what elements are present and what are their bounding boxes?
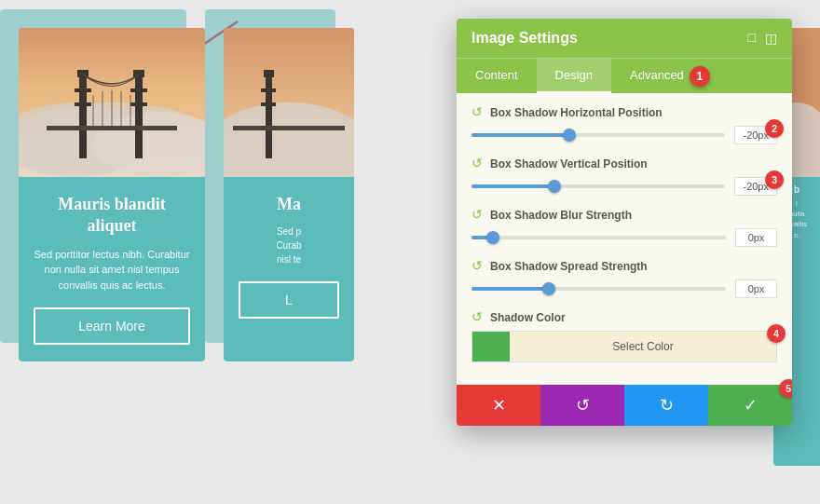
horizontal-slider-thumb[interactable]	[563, 129, 576, 142]
panel-toolbar: ✕ ↺ ↻ ✓ 5	[457, 385, 792, 426]
svg-rect-12	[75, 102, 91, 106]
svg-rect-14	[47, 126, 177, 130]
confirm-button[interactable]: ✓ 5	[708, 385, 792, 426]
setting-spread-label: Box Shadow Spread Strength	[490, 260, 648, 273]
vertical-slider-thumb[interactable]	[548, 180, 561, 193]
blur-slider-track[interactable]	[472, 236, 726, 239]
card-2-title: Ma	[239, 194, 339, 215]
spread-slider-thumb[interactable]	[542, 282, 555, 295]
svg-rect-24	[261, 89, 276, 92]
color-row: Select Color 4	[472, 331, 777, 362]
badge-4: 4	[767, 324, 786, 343]
card-1-learn-more-button[interactable]: Learn More	[34, 307, 190, 345]
card-1-body: Mauris blandit aliquet Sed porttitor lec…	[19, 177, 205, 361]
panel-title: Image Settings	[472, 30, 578, 47]
setting-vertical-label: Box Shadow Vertical Position	[490, 157, 648, 170]
setting-blur-label: Box Shadow Blur Strength	[490, 209, 632, 222]
redo-icon: ↻	[660, 395, 674, 415]
cancel-button[interactable]: ✕	[457, 385, 540, 426]
refresh-color-icon[interactable]: ↺	[472, 309, 483, 325]
svg-point-21	[224, 102, 354, 177]
layout-icon[interactable]: ◫	[765, 31, 777, 47]
panel-header-icons: □ ◫	[748, 31, 777, 47]
panel-header: Image Settings □ ◫	[457, 19, 792, 58]
tab-design[interactable]: Design	[537, 59, 611, 93]
svg-rect-9	[133, 70, 144, 77]
card-1-image	[19, 28, 205, 177]
panel-content: ↺ Box Shadow Horizontal Position -20px 2…	[457, 93, 792, 385]
tab-advanced[interactable]: Advanced 1	[611, 59, 703, 93]
horizontal-slider-row: -20px 2	[472, 126, 777, 144]
spread-slider-row: 0px	[472, 279, 777, 298]
card-2-button[interactable]: L	[239, 281, 339, 319]
setting-blur-strength: ↺ Box Shadow Blur Strength 0px	[472, 207, 777, 247]
tab-content[interactable]: Content	[457, 59, 537, 93]
fullscreen-icon[interactable]: □	[748, 31, 756, 47]
undo-button[interactable]: ↺	[540, 385, 624, 426]
badge-3: 3	[765, 170, 784, 189]
card-2-body: Ma Sed pCurabnisl te L	[224, 177, 354, 335]
setting-spread-strength: ↺ Box Shadow Spread Strength 0px	[472, 258, 777, 298]
card-1: Mauris blandit aliquet Sed porttitor lec…	[19, 28, 205, 361]
vertical-value[interactable]: -20px 3	[734, 177, 777, 196]
refresh-blur-icon[interactable]: ↺	[472, 207, 483, 223]
refresh-vertical-icon[interactable]: ↺	[472, 156, 483, 171]
setting-vertical-position: ↺ Box Shadow Vertical Position -20px 3	[472, 156, 777, 196]
refresh-spread-icon[interactable]: ↺	[472, 258, 483, 274]
spread-value[interactable]: 0px	[735, 279, 777, 298]
color-swatch[interactable]	[472, 332, 510, 361]
card-2-text: Sed pCurabnisl te	[239, 225, 339, 266]
blur-value[interactable]: 0px	[735, 228, 777, 247]
blur-slider-thumb[interactable]	[486, 231, 499, 244]
card-2-image	[224, 28, 354, 177]
badge-1: 1	[690, 66, 710, 87]
svg-rect-13	[130, 102, 147, 106]
blur-slider-row: 0px	[472, 228, 777, 247]
cards-area: Mauris blandit aliquet Sed porttitor lec…	[0, 0, 391, 389]
spread-slider-track[interactable]	[472, 287, 726, 291]
setting-shadow-color: ↺ Shadow Color Select Color 4	[472, 309, 777, 362]
badge-2: 2	[765, 119, 784, 138]
setting-horizontal-position: ↺ Box Shadow Horizontal Position -20px 2	[472, 104, 777, 144]
svg-rect-10	[75, 89, 91, 92]
vertical-slider-row: -20px 3	[472, 177, 777, 196]
refresh-horizontal-icon[interactable]: ↺	[472, 104, 483, 120]
cancel-icon: ✕	[492, 395, 506, 415]
svg-rect-7	[135, 75, 143, 158]
redo-button[interactable]: ↻	[624, 385, 708, 426]
card-1-title: Mauris blandit aliquet	[34, 194, 190, 238]
badge-5: 5	[779, 379, 792, 398]
vertical-slider-track[interactable]	[472, 184, 725, 188]
horizontal-slider-track[interactable]	[472, 133, 725, 137]
select-color-button[interactable]: Select Color	[510, 333, 776, 361]
svg-rect-25	[261, 102, 276, 106]
svg-rect-22	[266, 75, 272, 158]
setting-color-label: Shadow Color	[490, 311, 566, 324]
horizontal-value[interactable]: -20px 2	[734, 126, 777, 144]
confirm-icon: ✓	[744, 395, 758, 415]
svg-rect-26	[233, 126, 345, 130]
settings-panel: Image Settings □ ◫ Content Design Advanc…	[457, 19, 792, 426]
card-2: Ma Sed pCurabnisl te L	[224, 28, 354, 361]
svg-rect-11	[130, 89, 147, 92]
svg-rect-23	[264, 70, 274, 77]
panel-tabs: Content Design Advanced 1	[457, 58, 792, 93]
setting-horizontal-label: Box Shadow Horizontal Position	[490, 106, 663, 119]
svg-rect-6	[79, 75, 87, 158]
card-1-text: Sed porttitor lectus nibh. Curabitur non…	[34, 247, 190, 293]
undo-icon: ↺	[576, 395, 590, 415]
